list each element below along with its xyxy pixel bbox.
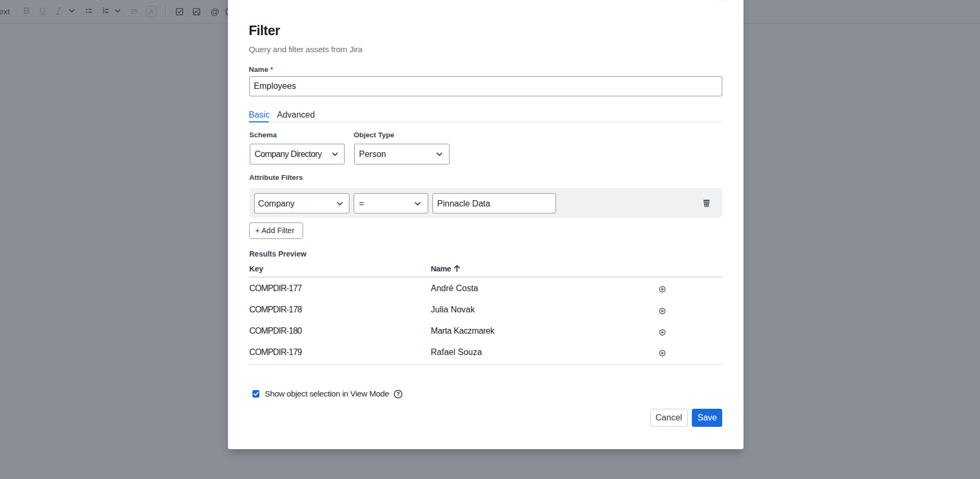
svg-text:2: 2 (103, 10, 105, 14)
svg-text:?: ? (396, 391, 399, 397)
